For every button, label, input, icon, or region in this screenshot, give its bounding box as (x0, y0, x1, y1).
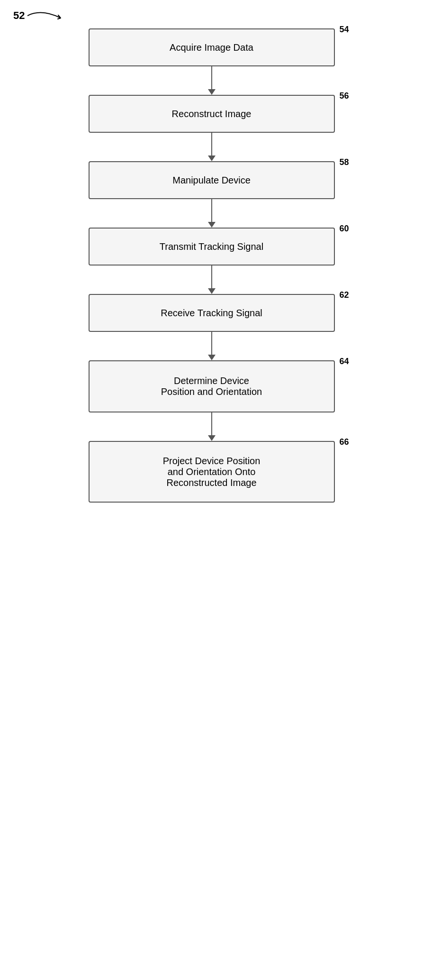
step-determine-device-position: Determine DevicePosition and Orientation… (89, 360, 335, 412)
step-num-58: 58 (339, 157, 349, 167)
step-label-56: Reconstruct Image (172, 109, 252, 119)
step-box-64: Determine DevicePosition and Orientation (89, 360, 335, 412)
step-label-64: Determine DevicePosition and Orientation (161, 376, 262, 397)
step-num-66: 66 (339, 437, 349, 447)
arrow-60-62 (208, 266, 216, 294)
step-num-54: 54 (339, 25, 349, 35)
arrow-62-64 (208, 332, 216, 360)
arrow-54-56 (208, 66, 216, 95)
step-box-62: Receive Tracking Signal (89, 294, 335, 332)
step-num-60: 60 (339, 224, 349, 234)
step-label-60: Transmit Tracking Signal (160, 241, 263, 252)
step-label-54: Acquire Image Data (170, 42, 253, 53)
step-box-54: Acquire Image Data (89, 28, 335, 66)
step-reconstruct-image: Reconstruct Image 56 (89, 95, 335, 133)
step-box-58: Manipulate Device (89, 161, 335, 199)
step-receive-tracking-signal: Receive Tracking Signal 62 (89, 294, 335, 332)
main-diagram-label: 52 (13, 9, 25, 22)
arrow-58-60 (208, 199, 216, 228)
flow-chart: Acquire Image Data 54 Reconstruct Image … (89, 28, 335, 503)
step-label-66: Project Device Positionand Orientation O… (163, 456, 261, 488)
step-label-62: Receive Tracking Signal (161, 308, 262, 319)
step-box-60: Transmit Tracking Signal (89, 228, 335, 266)
step-num-64: 64 (339, 357, 349, 366)
step-project-device-position: Project Device Positionand Orientation O… (89, 441, 335, 503)
step-acquire-image-data: Acquire Image Data 54 (89, 28, 335, 66)
step-box-66: Project Device Positionand Orientation O… (89, 441, 335, 503)
step-box-56: Reconstruct Image (89, 95, 335, 133)
step-num-62: 62 (339, 290, 349, 300)
main-arrow-icon (27, 9, 65, 23)
arrow-56-58 (208, 133, 216, 161)
diagram-container: 52 Acquire Image Data 54 Reconstruct Ima… (0, 0, 423, 980)
step-transmit-tracking-signal: Transmit Tracking Signal 60 (89, 228, 335, 266)
arrow-64-66 (208, 412, 216, 441)
step-label-58: Manipulate Device (172, 175, 251, 186)
step-manipulate-device: Manipulate Device 58 (89, 161, 335, 199)
step-num-56: 56 (339, 91, 349, 101)
